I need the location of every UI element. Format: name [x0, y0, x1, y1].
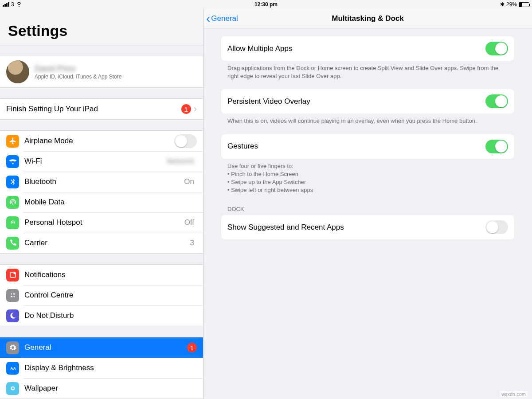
avatar: [6, 60, 29, 83]
antenna-icon: [6, 196, 19, 209]
user-name: David Price: [35, 64, 121, 74]
allow-footer: Drag applications from the Dock or Home …: [221, 61, 514, 80]
allow-toggle[interactable]: [485, 42, 508, 55]
apple-id-row[interactable]: David Price Apple ID, iCloud, iTunes & A…: [0, 56, 203, 87]
nav-title: Multitasking & Dock: [203, 14, 532, 23]
display-label: Display & Brightness: [24, 364, 197, 372]
dock-suggested-label: Show Suggested and Recent Apps: [227, 223, 344, 232]
control-centre-row[interactable]: Control Centre: [0, 285, 203, 305]
dock-suggested-cell: Show Suggested and Recent Apps: [221, 215, 514, 239]
airplane-label: Airplane Mode: [24, 137, 174, 145]
svg-point-5: [13, 296, 15, 297]
bluetooth-value: On: [184, 177, 194, 186]
wifi-label: Wi-Fi: [24, 157, 167, 166]
finish-setup-badge: 1: [181, 104, 191, 114]
bluetooth-menu-icon: [6, 176, 19, 188]
control-centre-icon: [6, 289, 19, 302]
display-row[interactable]: AA Display & Brightness: [0, 358, 203, 378]
carrier-row[interactable]: Carrier 3: [0, 233, 203, 253]
gestures-label: Gestures: [227, 142, 258, 151]
battery-icon: [519, 2, 529, 7]
notifications-label: Notifications: [24, 270, 197, 279]
carrier-row-label: Carrier: [24, 239, 190, 247]
settings-sidebar: Settings David Price Apple ID, iCloud, i…: [0, 9, 203, 399]
finish-setup-row[interactable]: Finish Setting Up Your iPad 1 ›: [0, 99, 203, 119]
hotspot-label: Personal Hotspot: [24, 218, 184, 227]
notifications-row[interactable]: Notifications: [0, 265, 203, 285]
battery-percent: 29%: [506, 1, 517, 8]
gear-icon: [6, 341, 19, 354]
phone-icon: [6, 237, 19, 250]
hotspot-row[interactable]: Personal Hotspot Off: [0, 212, 203, 233]
dock-suggested-toggle[interactable]: [485, 220, 508, 234]
wallpaper-icon: [6, 382, 19, 395]
user-subtitle: Apple ID, iCloud, iTunes & App Store: [35, 74, 121, 80]
gestures-cell: Gestures: [221, 134, 514, 159]
dnd-row[interactable]: Do Not Disturb: [0, 305, 203, 326]
wifi-icon: [16, 2, 22, 7]
chevron-left-icon: ‹: [206, 12, 210, 25]
status-bar: 3 12:30 pm ✱ 29%: [0, 0, 532, 9]
pip-cell: Persistent Video Overlay: [221, 89, 514, 113]
back-button[interactable]: ‹ General: [203, 12, 238, 25]
bluetooth-row[interactable]: Bluetooth On: [0, 172, 203, 192]
wifi-menu-icon: [6, 155, 19, 168]
hotspot-icon: [6, 216, 19, 229]
gestures-footer: Use four or five fingers to: Pinch to th…: [221, 159, 514, 195]
hotspot-value: Off: [184, 218, 194, 227]
mobile-data-label: Mobile Data: [24, 198, 197, 207]
pip-toggle[interactable]: [485, 94, 508, 108]
airplane-row[interactable]: Airplane Mode: [0, 131, 203, 151]
notifications-icon: [6, 269, 19, 282]
chevron-right-icon: ›: [194, 103, 197, 115]
moon-icon: [6, 309, 19, 322]
dock-header: Dock: [221, 197, 514, 215]
mobile-data-row[interactable]: Mobile Data: [0, 192, 203, 212]
pip-footer: When this is on, videos will continue pl…: [221, 113, 514, 125]
svg-rect-4: [10, 296, 12, 297]
wallpaper-label: Wallpaper: [24, 384, 197, 393]
wifi-value: Network: [167, 157, 194, 166]
svg-rect-3: [13, 293, 15, 295]
general-label: General: [24, 343, 187, 352]
detail-pane: ‹ General Multitasking & Dock Allow Mult…: [203, 9, 532, 399]
allow-multiple-apps-cell: Allow Multiple Apps: [221, 36, 514, 61]
svg-point-8: [12, 387, 14, 390]
carrier-value: 3: [190, 239, 194, 247]
bluetooth-icon: ✱: [500, 1, 505, 8]
pip-label: Persistent Video Overlay: [227, 97, 310, 106]
clock: 12:30 pm: [0, 1, 532, 8]
allow-label: Allow Multiple Apps: [227, 44, 292, 53]
airplane-icon: [6, 135, 19, 148]
display-icon: AA: [6, 362, 19, 375]
svg-text:AA: AA: [10, 366, 16, 371]
gestures-toggle[interactable]: [485, 140, 508, 153]
gesture-item: Pinch to the Home Screen: [227, 170, 508, 178]
wifi-row[interactable]: Wi-Fi Network: [0, 151, 203, 172]
airplane-toggle[interactable]: [174, 134, 197, 148]
general-row[interactable]: General 1: [0, 337, 203, 358]
gesture-item: Swipe up to the App Switcher: [227, 178, 508, 186]
dnd-label: Do Not Disturb: [24, 311, 197, 320]
nav-bar: ‹ General Multitasking & Dock: [203, 9, 532, 28]
general-badge: 1: [187, 343, 197, 352]
gestures-lead: Use four or five fingers to:: [227, 162, 508, 170]
watermark: wsxdn.com: [500, 391, 528, 397]
control-centre-label: Control Centre: [24, 291, 197, 300]
finish-setup-label: Finish Setting Up Your iPad: [6, 105, 181, 113]
bluetooth-label: Bluetooth: [24, 177, 184, 186]
back-label: General: [211, 14, 238, 23]
svg-point-2: [11, 293, 12, 295]
svg-point-1: [13, 272, 16, 274]
carrier-label: 3: [11, 1, 14, 8]
page-title: Settings: [8, 22, 195, 39]
gesture-item: Swipe left or right between apps: [227, 186, 508, 194]
wallpaper-row[interactable]: Wallpaper: [0, 378, 203, 399]
signal-icon: [3, 2, 9, 7]
